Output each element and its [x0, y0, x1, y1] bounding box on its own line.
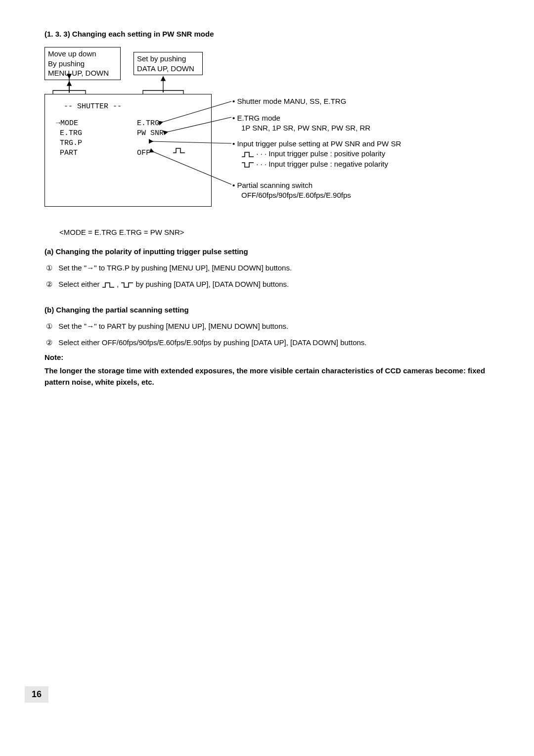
- subsection-a-title: (a) Changing the polarity of inputting t…: [44, 247, 490, 256]
- instruction-box-data: Set by pushing DATA UP, DOWN: [134, 52, 203, 75]
- step-a1: ① Set the "→" to TRG.P by pushing [MENU …: [44, 263, 490, 274]
- circled-number-icon: ②: [44, 337, 53, 349]
- note-body: The longer the storage time with extende…: [44, 365, 490, 388]
- menu-row-left: E.TRG: [60, 129, 82, 137]
- instruction-line: Set by pushing: [137, 54, 186, 63]
- menu-row-left: PART: [60, 149, 78, 157]
- instruction-line: Move up down: [48, 49, 96, 58]
- instruction-line: By pushing: [48, 59, 85, 68]
- annotation-etrg-mode: • E.TRG mode 1P SNR, 1P SR, PW SNR, PW S…: [232, 113, 370, 133]
- pulse-positive-icon: [241, 151, 254, 158]
- pulse-negative-icon: [241, 161, 254, 168]
- annotation-shutter-mode: • Shutter mode MANU, SS, E.TRG: [232, 96, 346, 106]
- step-b1: ① Set the "→" to PART by pushing [MENU U…: [44, 321, 490, 332]
- menu-screen: -- SHUTTER -- →→MODEMODE E.TRG E.TRG PW …: [44, 94, 212, 207]
- instruction-line: MENU UP, DOWN: [48, 69, 109, 77]
- menu-header: -- SHUTTER --: [64, 102, 122, 111]
- instruction-box-menu: Move up down By pushing MENU UP, DOWN: [44, 47, 121, 80]
- menu-row-left: →→MODEMODE: [56, 119, 78, 128]
- circled-number-icon: ①: [44, 321, 53, 332]
- note-label: Note:: [44, 353, 490, 361]
- menu-row-left: TRG.P: [60, 139, 82, 147]
- circled-number-icon: ②: [44, 279, 53, 290]
- annotation-trigger-pulse: • Input trigger pulse setting at PW SNR …: [232, 139, 401, 169]
- circled-number-icon: ①: [44, 263, 53, 274]
- page-number: 16: [25, 686, 48, 703]
- annotation-partial-scan: • Partial scanning switch OFF/60fps/90fp…: [232, 180, 351, 201]
- step-b2: ② Select either OFF/60fps/90fps/E.60fps/…: [44, 337, 490, 349]
- pulse-negative-icon: [121, 281, 134, 288]
- menu-row-right: E.TRG: [137, 119, 159, 128]
- instruction-line: DATA UP, DOWN: [137, 64, 194, 73]
- subsection-b-title: (b) Changing the partial scanning settin…: [44, 306, 490, 314]
- step-a2: ② Select either , by pushing [DATA UP], …: [44, 279, 490, 290]
- pulse-positive-icon: [173, 147, 185, 154]
- pulse-positive-icon: [102, 281, 115, 288]
- section-title: (1. 3. 3) Changing each setting in PW SN…: [44, 30, 490, 38]
- diagram: Move up down By pushing MENU UP, DOWN Se…: [44, 47, 480, 225]
- menu-row-right: PW SNR: [137, 129, 164, 137]
- diagram-caption: <MODE = E.TRG E.TRG = PW SNR>: [59, 228, 490, 236]
- menu-row-right: OFF: [137, 149, 150, 157]
